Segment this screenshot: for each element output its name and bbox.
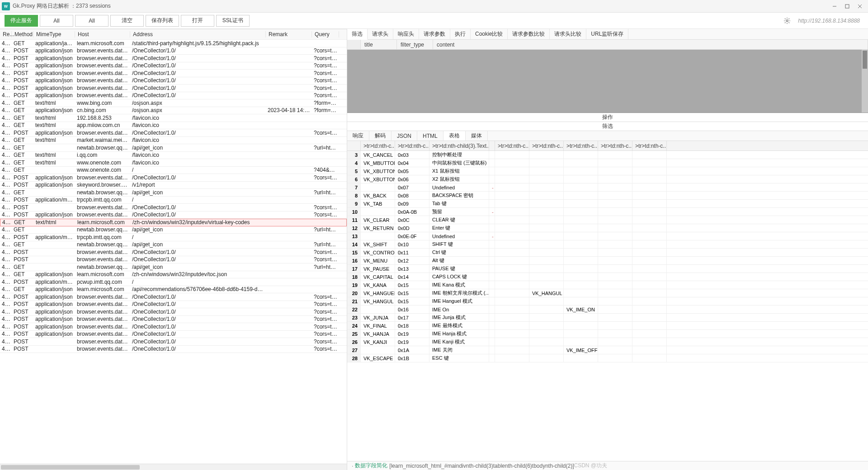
right-tab[interactable]: 请求参数比较 xyxy=(508,29,550,39)
session-row[interactable]: 420...POSTapplication/jsonbrowser.events… xyxy=(0,92,347,100)
session-row[interactable]: 421...POSTapplication/jsonbrowser.events… xyxy=(0,293,347,301)
vk-row[interactable]: 18VK_CAPITAL0x14CAPS LOCK 键 xyxy=(347,273,868,281)
all-button-2[interactable]: All xyxy=(75,15,108,27)
filter-row[interactable]: 筛选 xyxy=(347,122,868,131)
right-tab[interactable]: 请求头比较 xyxy=(550,29,586,39)
filter-col-title[interactable]: title xyxy=(361,40,397,49)
vk-row[interactable]: 16VK_MENU0x12Alt 键 xyxy=(347,257,868,265)
vk-row[interactable]: 15VK_CONTROL0x11Ctrl 键 xyxy=(347,249,868,257)
session-row[interactable]: 421...GETtext/htmllearn.microsoft.com/zh… xyxy=(0,219,347,226)
save-list-button[interactable]: 保存列表 xyxy=(146,15,179,27)
vk-row[interactable]: 26VK_KANJI0x19IME Kanji 模式 xyxy=(347,338,868,346)
session-row[interactable]: 421...GETapplication/jsonlearn.microsoft… xyxy=(0,271,347,279)
session-row[interactable]: 420...POSTapplication/jsonbrowser.events… xyxy=(0,47,347,55)
vk-row[interactable]: 21VK_HANGUL0x15IME Hanguel 模式 xyxy=(347,297,868,306)
settings-gear-icon[interactable] xyxy=(782,15,793,26)
session-row[interactable]: 421...GETnewtab.browser.qq.com/api/get_i… xyxy=(0,189,347,197)
session-row[interactable]: 421...POSTapplication/jsonbrowser.events… xyxy=(0,212,347,219)
filter-col-content[interactable]: content xyxy=(433,40,868,49)
col-request[interactable]: Re... xyxy=(0,31,12,38)
session-row[interactable]: 421...POSTbrowser.events.data.mi.../OneC… xyxy=(0,346,347,353)
session-row[interactable]: 421...POSTbrowser.events.data.mi.../OneC… xyxy=(0,338,347,346)
status-link[interactable]: 数据字段简化 xyxy=(355,462,387,470)
vk-row[interactable]: 3VK_CANCEL0x03控制中断处理 xyxy=(347,151,868,159)
vk-row[interactable]: 25VK_HANJA0x19IME Hanja 模式 xyxy=(347,330,868,338)
vk-row[interactable]: 5VK_XBUTTON10x05X1 鼠标按钮 xyxy=(347,167,868,175)
session-row[interactable]: 421...POSTapplication/jsonskeyword.brows… xyxy=(0,182,347,189)
session-row[interactable]: 421...GETapplication/jsoncn.bing.com/osj… xyxy=(0,107,347,115)
maximize-icon[interactable] xyxy=(841,1,854,12)
session-row[interactable]: 421...GETtext/htmlmarket.waimai.meituan.… xyxy=(0,137,347,145)
session-row[interactable]: 421...POSTapplication/mult...pcwup.imtt.… xyxy=(0,278,347,286)
vk-row[interactable]: 17VK_PAUSE0x13PAUSE 键 xyxy=(347,265,868,273)
vk-header-cell[interactable]: >tr>td:nth-c... xyxy=(529,141,564,150)
sub-tab[interactable]: HTML xyxy=(417,131,443,141)
vk-row[interactable]: 12VK_RETURN0x0DEnter 键 xyxy=(347,224,868,232)
vk-row[interactable]: 70x07Undefined- xyxy=(347,183,868,192)
col-method[interactable]: Method xyxy=(12,31,33,38)
all-button-1[interactable]: All xyxy=(40,15,73,27)
minimize-icon[interactable] xyxy=(828,1,841,12)
sub-tab[interactable]: JSON xyxy=(392,131,417,141)
session-row[interactable]: 421...POSTapplication/jsonbrowser.events… xyxy=(0,129,347,137)
vk-row[interactable]: 220x16IME OnVK_IME_ON xyxy=(347,306,868,314)
right-tab[interactable]: 执行 xyxy=(450,29,471,39)
session-row[interactable]: 421...POSTapplication/mult...trpcpb.imtt… xyxy=(0,197,347,204)
session-row[interactable]: 420...POSTapplication/jsonbrowser.events… xyxy=(0,62,347,70)
vk-row[interactable]: 11VK_CLEAR0x0CCLEAR 键 xyxy=(347,216,868,224)
horizontal-scrollbar[interactable] xyxy=(0,464,347,470)
vk-row[interactable]: 19VK_KANA0x15IME Kana 模式 xyxy=(347,281,868,289)
right-tab[interactable]: Cookie比较 xyxy=(471,29,508,39)
filter-col-type[interactable]: filter_type xyxy=(397,40,433,49)
right-tab[interactable]: 筛选 xyxy=(347,29,368,40)
session-row[interactable]: 420...GETapplication/java...learn.micros… xyxy=(0,40,347,47)
col-address[interactable]: Address xyxy=(130,31,266,38)
scrollbar-thumb[interactable] xyxy=(1,465,140,470)
col-mime[interactable]: MimeType xyxy=(33,31,75,38)
vk-header-cell[interactable] xyxy=(489,141,495,150)
session-row[interactable]: 421...POSTapplication/jsonbrowser.events… xyxy=(0,323,347,331)
session-row[interactable]: 421...GETnewtab.browser.qq.com/api/get_i… xyxy=(0,241,347,249)
right-tab[interactable]: 请求参数 xyxy=(419,29,450,39)
session-row[interactable]: 421...GETapplication/jsonlearn.microsoft… xyxy=(0,286,347,294)
vk-header-cell[interactable]: >tr>td:nth-c... xyxy=(495,141,529,150)
session-row[interactable]: 420...GETtext/htmlwww.bing.com/osjson.as… xyxy=(0,99,347,107)
session-row[interactable]: 421...GETnewtab.browser.qq.com/api/get_i… xyxy=(0,144,347,152)
sub-tab[interactable]: 表格 xyxy=(443,131,466,141)
vk-row[interactable]: 270x1AIME 关闭VK_IME_OFF xyxy=(347,346,868,354)
session-row[interactable]: 421...GETnewtab.browser.qq.com/api/get_i… xyxy=(0,226,347,234)
vk-header-cell[interactable]: >tr>td:nth-c... xyxy=(395,141,429,150)
vk-row[interactable]: 4VK_MBUTTON0x04中间鼠标按钮 (三键鼠标) xyxy=(347,159,868,167)
vk-row[interactable]: 130x0E-0FUndefined- xyxy=(347,232,868,240)
col-remark[interactable]: Remark xyxy=(266,31,312,38)
vk-header-cell[interactable]: >tr>td:nth-c... xyxy=(632,141,667,150)
vk-header-cell[interactable]: >tr>td:nth-c... xyxy=(361,141,395,150)
ssl-cert-button[interactable]: SSL证书 xyxy=(216,15,250,27)
session-row[interactable]: 421...POSTapplication/mult...trpcpb.imtt… xyxy=(0,234,347,241)
session-row[interactable]: 421...GETwww.onenote.com/?404&pub xyxy=(0,167,347,174)
vk-header-cell[interactable]: >tr>td:nth-child(3).Text... xyxy=(429,141,489,150)
operate-row[interactable]: 操作 xyxy=(347,113,868,122)
filter-vscroll-thumb[interactable] xyxy=(863,51,867,69)
session-row[interactable]: 421...GETtext/htmlapp.miiow.com.cn/favic… xyxy=(0,122,347,130)
vk-row[interactable]: 28VK_ESCAPE0x1BESC 键 xyxy=(347,354,868,362)
right-tab[interactable]: 请求头 xyxy=(368,29,393,39)
session-row[interactable]: 421...POSTapplication/jsonbrowser.events… xyxy=(0,174,347,182)
session-row[interactable]: 421...POSTapplication/jsonbrowser.events… xyxy=(0,308,347,316)
open-button[interactable]: 打开 xyxy=(181,15,214,27)
session-row[interactable]: 420...POSTapplication/jsonbrowser.events… xyxy=(0,55,347,62)
stop-service-button[interactable]: 停止服务 xyxy=(5,15,38,27)
sessions-body[interactable]: 420...GETapplication/java...learn.micros… xyxy=(0,40,347,464)
vk-header-cell[interactable]: >tr>td:nth-c... xyxy=(564,141,598,150)
vk-header-cell[interactable] xyxy=(347,141,361,150)
session-row[interactable]: 421...POSTbrowser.events.data.mi.../OneC… xyxy=(0,249,347,256)
session-row[interactable]: 421...GETnewtab.browser.qq.com/api/get_i… xyxy=(0,263,347,271)
clear-button[interactable]: 清空 xyxy=(110,15,144,27)
session-row[interactable]: 420...POSTapplication/jsonbrowser.events… xyxy=(0,85,347,92)
right-tab[interactable]: URL监听保存 xyxy=(586,29,628,39)
session-row[interactable]: 421...GETtext/htmlwww.onenote.com/favico… xyxy=(0,159,347,167)
vk-header-cell[interactable]: >tr>td:nth-c... xyxy=(598,141,632,150)
session-row[interactable]: 421...POSTbrowser.events.data.mi.../OneC… xyxy=(0,256,347,264)
session-row[interactable]: 421...POSTapplication/jsonbrowser.events… xyxy=(0,316,347,324)
session-row[interactable]: 421...POSTapplication/jsonbrowser.events… xyxy=(0,301,347,309)
